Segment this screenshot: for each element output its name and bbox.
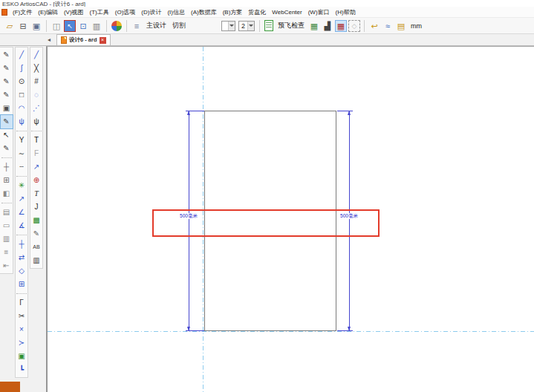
bridge-tool-icon[interactable]: # (30, 75, 42, 88)
menu-webcenter[interactable]: WebCenter (269, 9, 305, 16)
line2-tool-icon[interactable]: ╱ (30, 48, 42, 62)
corner-tool-icon[interactable]: Γ (16, 296, 27, 310)
clip-region-icon[interactable]: ◇ (348, 20, 360, 32)
arc-tool-icon[interactable]: ◠ (16, 102, 27, 115)
preflight-icon[interactable] (264, 20, 273, 31)
move-view-tool-icon[interactable]: ┼ (1, 160, 13, 174)
bend-arrow-icon[interactable]: ↩ (368, 20, 380, 32)
layers-icon[interactable]: ≡ (131, 20, 143, 32)
cut-layer-button[interactable]: 切割 (172, 21, 186, 30)
freehand-tool-icon[interactable]: ∼ (16, 147, 27, 160)
snapshot-icon[interactable]: ◫ (51, 20, 62, 32)
stretch-tool-icon[interactable]: ⇄ (16, 251, 27, 264)
convert-3d-icon[interactable]: ⊡ (77, 20, 89, 32)
toolbar-separator (259, 20, 260, 32)
menu-help[interactable]: (H)帮助 (333, 8, 359, 16)
menu-palletization[interactable]: 货盘化 (245, 8, 269, 16)
move-copy-tool-icon[interactable]: ⊞ (16, 278, 27, 291)
hatch-fill-tool-icon[interactable]: ▩ (30, 214, 42, 227)
cut-tool-icon[interactable]: ✂ (16, 310, 27, 323)
menu-options[interactable]: (O)选项 (112, 8, 139, 16)
rebuild-design-icon[interactable] (111, 21, 122, 31)
design-canvas[interactable]: 500毫米 500毫米 (46, 46, 534, 392)
board-tool-icon[interactable]: ▤ (1, 206, 13, 219)
save-icon[interactable]: ▣ (30, 20, 42, 32)
protractor-tool-icon[interactable]: ∡ (16, 219, 27, 232)
point-line-tool-icon[interactable]: ┄ (16, 160, 27, 174)
document-app-icon[interactable] (1, 9, 7, 16)
menu-scheme[interactable]: (B)方案 (220, 8, 246, 16)
open-icon[interactable]: ▱ (4, 20, 16, 32)
print-icon[interactable]: ⊟ (17, 20, 29, 32)
menu-database[interactable]: (A)数据库 (188, 8, 220, 16)
move-point-tool-icon[interactable]: ┼ (16, 238, 27, 251)
menu-tools[interactable]: (T)工具 (87, 8, 112, 16)
barcode-tool-icon[interactable]: ▥ (30, 254, 42, 267)
branch2-tool-icon[interactable]: ψ (30, 115, 42, 128)
circle-tool-icon[interactable]: ⊙ (16, 75, 27, 88)
italic-text-tool-icon[interactable]: J (30, 200, 42, 214)
menu-design[interactable]: (D)设计 (138, 8, 164, 16)
align-edge-tool-icon[interactable]: ⇤ (1, 259, 13, 272)
pan-tool-icon[interactable]: ✎ (1, 75, 13, 88)
snap-point-tool-icon[interactable]: ✳ (16, 179, 27, 192)
copy-view-tool-icon[interactable]: ⊞ (1, 174, 13, 187)
line-style-combo[interactable] (221, 21, 235, 31)
flat-view-tool-icon[interactable]: ▭ (1, 219, 13, 232)
pallet-icon[interactable]: ▤ (395, 20, 407, 32)
select-tool-icon[interactable]: ↖ (64, 20, 76, 32)
pointer-tool-icon[interactable]: ↖ (1, 128, 13, 142)
rotate-tool-icon[interactable]: ◇ (16, 264, 27, 278)
menu-file[interactable]: (F)文件 (10, 8, 35, 16)
branch-tool-icon[interactable]: ψ (16, 115, 27, 128)
delete-tool-icon[interactable]: × (16, 323, 27, 336)
tab-scroll-left-icon[interactable]: ◂ (48, 35, 51, 45)
trim-box-tool-icon[interactable]: ▣ (16, 350, 27, 363)
fork-tool-icon[interactable]: Y (16, 134, 27, 147)
main-design-button[interactable]: 主设计 (146, 21, 166, 30)
zoom-in-tool-icon[interactable]: ✎ (1, 48, 13, 62)
angle-tool-icon[interactable]: ∠ (16, 206, 27, 219)
scale-combo-chevron-icon[interactable] (247, 22, 254, 30)
snap-grid-icon[interactable]: ▦ (308, 20, 320, 32)
extend-tool-icon[interactable]: ≻ (16, 336, 27, 350)
leader-arrow-tool-icon[interactable]: ↗ (30, 160, 42, 174)
scale-combo[interactable]: 2 (238, 21, 255, 31)
menu-edit[interactable]: (E)编辑 (35, 8, 61, 16)
menu-info[interactable]: (I)信息 (164, 8, 188, 16)
zoom-window-tool-icon[interactable]: ✎ (1, 88, 13, 102)
tab-design6[interactable]: 设计6 - ard × (56, 34, 111, 45)
tab-label: 设计6 - ard (69, 36, 97, 44)
wheel-tool-icon[interactable]: ⊕ (30, 174, 42, 187)
rectangle-tool-icon[interactable]: □ (16, 88, 27, 102)
line-style-combo-chevron-icon[interactable] (228, 22, 235, 30)
rays-tool-icon[interactable]: ⋰ (30, 102, 42, 115)
paragraph-tool-icon[interactable]: F (30, 147, 42, 160)
view-box-tool-icon[interactable]: ▣ (1, 102, 13, 115)
edit-tool-icon[interactable]: ✎ (1, 142, 13, 155)
dimension-columns-icon[interactable]: ▥ (91, 20, 102, 32)
stair-step-tool-icon[interactable]: ┗ (16, 363, 27, 376)
cross-break-tool-icon[interactable]: ╳ (30, 62, 42, 75)
menu-window[interactable]: (W)窗口 (305, 8, 333, 16)
paperclip-tool-icon[interactable]: ✎ (30, 227, 42, 241)
zoom-out-tool-icon[interactable]: ✎ (1, 62, 13, 75)
tab-close-icon[interactable]: × (100, 37, 106, 44)
dimension-tool-icon[interactable]: ↗ (16, 192, 27, 206)
dashed-circle-tool-icon[interactable]: ◌ (30, 88, 42, 102)
preflight-button[interactable]: 预飞检查 (278, 21, 305, 30)
ab-text-tool-icon[interactable]: AB (30, 241, 42, 254)
units-button[interactable]: mm (411, 22, 422, 30)
line-tool-icon[interactable]: ╱ (16, 48, 27, 62)
grid-view-tool-icon[interactable]: ▥ (1, 232, 13, 246)
serif-text-tool-icon[interactable]: T (30, 187, 42, 200)
solid-box-tool-icon[interactable]: ◧ (1, 187, 13, 200)
layer-stack-tool-icon[interactable]: ≡ (1, 246, 13, 259)
text-tool-icon[interactable]: T (30, 134, 42, 147)
zoom-selected-tool-icon[interactable]: ✎ (1, 115, 13, 128)
curve-tool-icon[interactable]: ʃ (16, 62, 27, 75)
counter-icon[interactable]: ▟ (322, 20, 333, 32)
layout-table-icon[interactable]: ▦ (335, 20, 347, 32)
ribbon-icon[interactable]: ≈ (382, 20, 394, 32)
menu-view[interactable]: (V)视图 (61, 8, 87, 16)
